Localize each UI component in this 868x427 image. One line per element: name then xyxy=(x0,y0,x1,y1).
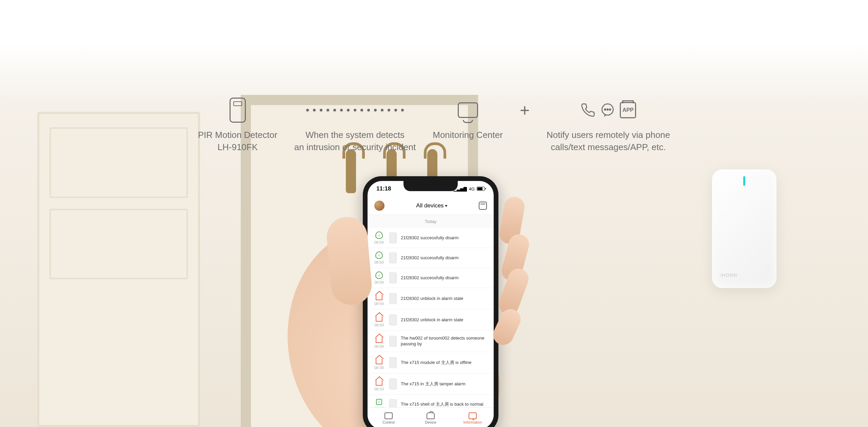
date-header: Today xyxy=(368,215,494,228)
detector-model: LH-910FK xyxy=(218,141,258,153)
notify-text: Notify users remotely via phone calls/te… xyxy=(547,129,670,154)
event-time: 08:59 xyxy=(373,302,385,306)
event-row[interactable]: 08:59 21f28302 unblock in alarm state xyxy=(368,288,494,309)
event-thumbnail xyxy=(389,357,397,368)
detector-title: PIR Motion Detector xyxy=(198,129,277,141)
device-selector[interactable]: All devices xyxy=(416,202,447,209)
battery-icon xyxy=(477,187,485,191)
event-text: The x715 shell of 主人房 is back to normal xyxy=(401,402,488,407)
pir-brand-label: iHORN xyxy=(721,272,737,278)
workflow-row: PIR Motion Detector LH-910FK When the sy… xyxy=(0,98,868,154)
event-thumbnail xyxy=(389,232,397,243)
event-thumbnail xyxy=(389,399,397,408)
plus-block: + xyxy=(520,98,530,154)
phone-call-icon xyxy=(580,103,595,118)
nav-control[interactable]: Control xyxy=(368,408,410,427)
phone-notch xyxy=(403,181,458,191)
event-list[interactable]: 08:59 21f28302 successfully disarm 08:59… xyxy=(368,228,494,407)
event-time: 08:59 xyxy=(373,344,385,348)
event-row[interactable]: 08:38 The x715 module of 主人房 is offline xyxy=(368,352,494,373)
flow-dots-icon xyxy=(306,98,404,122)
detector-icon xyxy=(230,98,246,123)
event-thumbnail xyxy=(389,252,397,263)
event-time: 08:59 xyxy=(373,240,385,244)
nav-information-icon xyxy=(469,412,477,419)
event-thumbnail xyxy=(389,314,397,325)
event-row[interactable]: 08:33 The x715 shell of 主人房 is back to n… xyxy=(368,395,494,407)
event-text: 21f28302 successfully disarm xyxy=(401,255,488,261)
nav-label: Device xyxy=(425,420,436,424)
event-text: The x715 in 主人房 tamper alarm xyxy=(401,381,488,387)
detector-block: PIR Motion Detector LH-910FK xyxy=(198,98,277,154)
phone-mockup: 11:18 ▁▃▅▇ 4G All devices Today 08:59 21… xyxy=(363,176,498,427)
monitor-icon xyxy=(458,102,478,118)
pir-led-indicator xyxy=(743,176,745,186)
monitoring-label: Monitoring Center xyxy=(433,129,503,141)
event-row[interactable]: 08:59 21f28302 successfully disarm xyxy=(368,248,494,268)
nav-information[interactable]: Information xyxy=(452,408,494,427)
event-time: 08:59 xyxy=(373,260,385,264)
monitoring-block: Monitoring Center xyxy=(433,98,503,154)
svg-point-2 xyxy=(607,109,608,110)
network-label: 4G xyxy=(469,186,475,191)
event-thumbnail xyxy=(389,272,397,283)
event-row[interactable]: 08:59 21f28302 unblock in alarm state xyxy=(368,309,494,331)
shield-icon xyxy=(375,271,383,279)
event-row[interactable]: 08:33 The x715 in 主人房 tamper alarm xyxy=(368,373,494,395)
avatar[interactable] xyxy=(374,201,384,211)
house-icon xyxy=(376,359,382,364)
event-row[interactable]: 08:59 21f28302 successfully disarm xyxy=(368,268,494,288)
bottom-nav: Control Device Information xyxy=(368,407,494,427)
calendar-icon[interactable] xyxy=(479,202,487,210)
nav-label: Control xyxy=(382,420,394,424)
notify-block: APP Notify users remotely via phone call… xyxy=(547,98,670,154)
event-thumbnail xyxy=(389,293,397,304)
hand-holding-phone: 11:18 ▁▃▅▇ 4G All devices Today 08:59 21… xyxy=(288,156,593,427)
house-icon xyxy=(376,380,382,386)
event-text: 21f28302 unblock in alarm state xyxy=(401,296,488,302)
plus-icon: + xyxy=(520,98,530,122)
phone-screen: 11:18 ▁▃▅▇ 4G All devices Today 08:59 21… xyxy=(368,181,494,427)
detect-text: When the system detects an intrusion or … xyxy=(294,129,416,154)
chat-bubble-icon xyxy=(600,103,615,118)
event-time: 08:59 xyxy=(373,280,385,284)
event-time: 08:33 xyxy=(373,387,385,391)
event-row[interactable]: 08:59 21f28302 successfully disarm xyxy=(368,228,494,248)
nav-label: Information xyxy=(463,420,482,424)
event-time: 08:59 xyxy=(373,323,385,327)
house-icon xyxy=(376,316,382,322)
event-text: 21f28302 successfully disarm xyxy=(401,235,488,241)
nav-device[interactable]: Device xyxy=(410,408,452,427)
house-icon xyxy=(376,338,382,343)
app-header: All devices xyxy=(368,197,494,215)
event-thumbnail xyxy=(389,379,397,389)
shield-icon xyxy=(375,231,383,239)
svg-point-1 xyxy=(605,109,606,110)
left-door xyxy=(37,112,200,427)
event-text: The hw002 of tsroom002 detects someone p… xyxy=(401,336,488,347)
event-text: 21f28302 successfully disarm xyxy=(401,275,488,281)
event-text: 21f28302 unblock in alarm state xyxy=(401,317,488,323)
event-thumbnail xyxy=(389,336,397,347)
event-text: The x715 module of 主人房 is offline xyxy=(401,360,488,366)
nav-control-icon xyxy=(384,412,393,419)
nav-device-icon xyxy=(427,412,435,419)
check-green-icon xyxy=(376,399,382,405)
shield-icon xyxy=(375,251,383,259)
house-icon xyxy=(376,295,382,300)
event-row[interactable]: 08:59 The hw002 of tsroom002 detects som… xyxy=(368,331,494,352)
event-time: 08:38 xyxy=(373,366,385,370)
app-icon: APP xyxy=(620,102,636,118)
status-time: 11:18 xyxy=(376,185,391,192)
pir-sensor-device: iHORN xyxy=(712,169,776,288)
detect-text-block: When the system detects an intrusion or … xyxy=(294,98,416,154)
svg-point-3 xyxy=(610,109,611,110)
